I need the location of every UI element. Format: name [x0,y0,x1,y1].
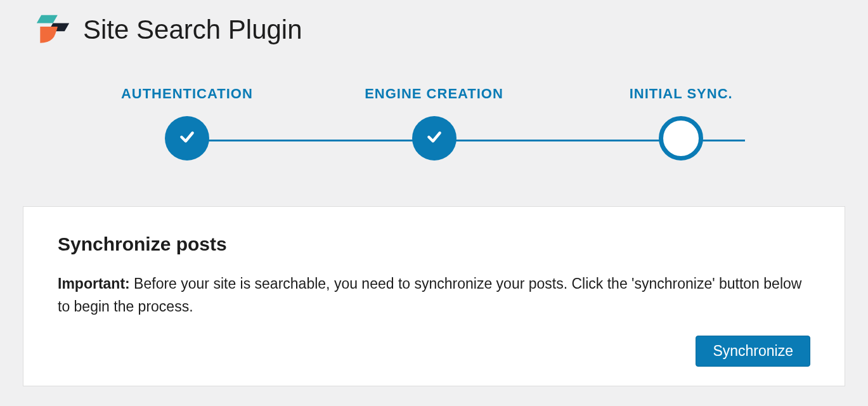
card-actions: Synchronize [58,336,810,367]
step-circle [412,116,457,160]
plugin-logo-icon [36,13,70,48]
check-icon [179,129,195,148]
page-root: Site Search Plugin AUTHENTICATION ENGINE… [0,0,868,386]
step-authentication: AUTHENTICATION [63,86,311,160]
page-title: Site Search Plugin [83,14,302,46]
synchronize-button[interactable]: Synchronize [696,336,810,367]
step-circle [165,116,209,160]
important-label: Important: [58,275,130,292]
check-icon [426,129,443,148]
sync-card: Synchronize posts Important: Before your… [23,206,845,386]
step-label: INITIAL SYNC. [630,86,733,102]
card-description: Important: Before your site is searchabl… [58,273,810,318]
step-engine-creation: ENGINE CREATION [311,86,558,160]
card-heading: Synchronize posts [58,233,810,255]
step-label: ENGINE CREATION [365,86,503,102]
card-body-text: Before your site is searchable, you need… [58,275,801,315]
step-initial-sync: INITIAL SYNC. [557,86,805,160]
header: Site Search Plugin [0,13,868,48]
step-circle [659,116,703,160]
stepper: AUTHENTICATION ENGINE CREATION INITIAL S… [63,86,805,160]
step-label: AUTHENTICATION [121,86,253,102]
